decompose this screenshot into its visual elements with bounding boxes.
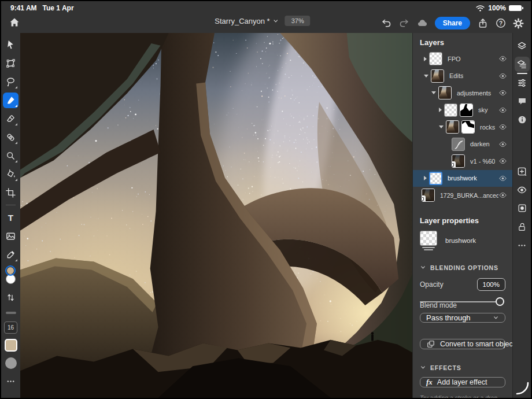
opacity-slider-knob[interactable]	[496, 297, 504, 306]
undo-button[interactable]	[379, 16, 394, 31]
magnify-tool[interactable]	[3, 148, 19, 164]
toolbar-more-button[interactable]	[3, 374, 19, 389]
add-layer-effect-button[interactable]: fx Add layer effect	[420, 377, 505, 387]
cloud-icon	[416, 17, 428, 29]
lasso-tool[interactable]	[3, 74, 19, 90]
add-layer-panel-button[interactable]	[515, 164, 530, 179]
comments-panel-button[interactable]	[515, 94, 530, 109]
smart-object-badge	[452, 161, 456, 168]
corner-gesture-indicator	[515, 380, 530, 396]
layer-row-adjustments[interactable]: adjustments	[413, 84, 512, 102]
swap-colors-button[interactable]	[3, 290, 19, 305]
layer-name: FPO	[448, 56, 461, 62]
layers-panel-button[interactable]	[515, 38, 530, 53]
more-panel-button[interactable]	[515, 238, 530, 253]
color-well[interactable]	[4, 265, 18, 286]
layer-name: v1 - %60	[470, 158, 495, 165]
export-icon	[477, 17, 489, 29]
redo-button[interactable]	[397, 16, 412, 31]
wifi-icon	[475, 4, 485, 12]
layer-visibility-eye-icon[interactable]	[498, 191, 507, 200]
layer-thumbnail[interactable]	[446, 120, 459, 134]
adjustments-panel-button[interactable]	[515, 75, 530, 90]
layer-row-fpo[interactable]: FPO	[413, 50, 512, 68]
toolbar-divider	[6, 205, 16, 205]
layer-row-v1-60[interactable]: v1 - %60	[413, 153, 512, 170]
layer-visibility-eye-icon[interactable]	[498, 88, 507, 97]
layer-thumbnail[interactable]	[429, 172, 442, 185]
layer-visibility-eye-icon[interactable]	[498, 174, 507, 183]
foreground-color-swatch[interactable]	[5, 265, 16, 276]
zoom-level-badge[interactable]: 37%	[285, 16, 311, 26]
layer-visibility-eye-icon[interactable]	[498, 106, 507, 114]
document-canvas[interactable]	[20, 33, 412, 398]
ios-status-bar: 9:41 AM Tue 1 Apr 100%	[1, 1, 531, 15]
collapse-triangle-icon[interactable]	[439, 125, 444, 128]
layer-name: Edits	[449, 72, 463, 79]
layer-visibility-eye-icon[interactable]	[498, 54, 507, 63]
brush-color-swatch[interactable]	[5, 339, 17, 352]
battery-icon	[509, 5, 522, 11]
eyedropper-tool[interactable]	[3, 247, 19, 263]
layer-visibility-eye-icon[interactable]	[498, 157, 507, 165]
opacity-value-field[interactable]: 100%	[477, 278, 505, 291]
layer-row-1729-burka-anced-nr33[interactable]: 1729_BURKA...anced-NR33	[413, 187, 512, 204]
layer-visibility-eye-icon[interactable]	[498, 140, 507, 149]
type-tool[interactable]: T	[3, 210, 19, 226]
layer-thumbnail[interactable]	[444, 104, 457, 117]
smart-object-thumbnail[interactable]	[452, 154, 465, 168]
crop-tool[interactable]	[3, 185, 19, 201]
expand-triangle-icon[interactable]	[424, 57, 427, 61]
effects-hint: Try adding a stroke or a drop shadow.	[413, 394, 512, 398]
collapse-triangle-icon[interactable]	[431, 91, 436, 94]
effects-header[interactable]: EFFECTS	[413, 359, 512, 375]
cloud-sync-button[interactable]	[415, 16, 430, 31]
toolbar-drag-handle[interactable]	[6, 312, 16, 314]
layer-row-rocks[interactable]: rocks	[413, 119, 512, 136]
brush-size-field[interactable]: 16	[4, 322, 17, 334]
document-title-dropdown[interactable]: Starry_Canyon *	[215, 17, 279, 25]
expand-triangle-icon[interactable]	[439, 108, 442, 112]
fill-tool[interactable]	[3, 167, 19, 182]
layer-row-edits[interactable]: Edits	[413, 68, 512, 85]
brush-tool[interactable]	[3, 93, 19, 108]
eraser-tool[interactable]	[3, 111, 19, 127]
settings-button[interactable]	[511, 16, 526, 31]
layer-thumbnail[interactable]	[438, 86, 452, 99]
blend-mode-dropdown[interactable]: Pass through	[420, 313, 505, 323]
layer-visibility-eye-icon[interactable]	[498, 72, 507, 80]
layer-thumbnail[interactable]	[431, 69, 444, 83]
move-tool[interactable]	[3, 37, 19, 53]
transform-tool[interactable]	[3, 56, 19, 71]
tool-bar: T 16	[1, 33, 20, 398]
mask-panel-button[interactable]	[515, 201, 530, 216]
visibility-panel-button[interactable]	[515, 182, 530, 197]
layer-thumbnail[interactable]	[429, 52, 442, 65]
layer-row-brushwork[interactable]: brushwork	[413, 170, 512, 187]
chevron-down-icon	[420, 264, 426, 271]
blending-options-header[interactable]: BLENDING OPTIONS	[413, 258, 512, 275]
healing-tool[interactable]	[3, 130, 19, 145]
convert-to-smart-object-button[interactable]: Convert to smart object	[420, 339, 505, 349]
export-button[interactable]	[475, 16, 490, 31]
layer-properties-panel-button[interactable]	[515, 57, 530, 72]
place-photo-tool[interactable]	[3, 228, 19, 244]
home-button[interactable]	[7, 15, 22, 30]
smart-object-thumbnail[interactable]	[422, 189, 435, 202]
photoshop-ipad-app: 9:41 AM Tue 1 Apr 100% Starry_Canyon * 3…	[0, 0, 532, 399]
layer-mask-thumbnail[interactable]	[461, 120, 475, 134]
layer-row-darken[interactable]: darken	[413, 136, 512, 153]
info-panel-button[interactable]	[515, 112, 530, 127]
expand-triangle-icon[interactable]	[424, 176, 427, 180]
layer-mask-thumbnail[interactable]	[460, 104, 473, 117]
brush-opacity-swatch[interactable]	[5, 357, 17, 369]
layer-visibility-eye-icon[interactable]	[498, 123, 507, 131]
adjustment-layer-thumbnail[interactable]	[452, 138, 465, 151]
layer-properties-thumbnail	[420, 231, 439, 250]
collapse-triangle-icon[interactable]	[424, 75, 428, 77]
help-button[interactable]: ?	[493, 16, 508, 31]
swap-arrows-icon	[6, 293, 16, 302]
share-button[interactable]: Share	[435, 17, 470, 29]
lock-panel-button[interactable]	[515, 219, 530, 234]
layer-row-sky[interactable]: sky	[413, 102, 512, 119]
